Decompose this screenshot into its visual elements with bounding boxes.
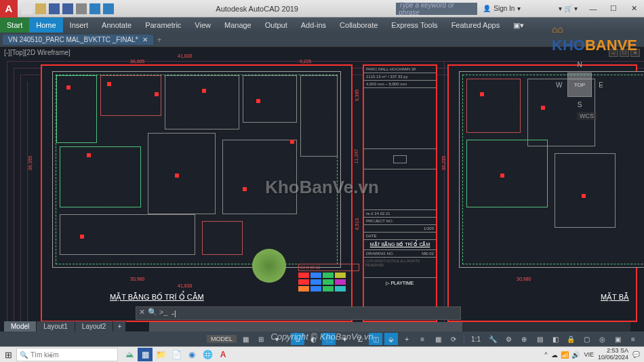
app-icon-3[interactable]: 📄 — [169, 348, 184, 361]
viewcube-north[interactable]: N — [577, 61, 582, 68]
ribbon-tab-express[interactable]: Express Tools — [384, 18, 444, 33]
help-search-input[interactable]: Type a keyword or phrase — [396, 3, 477, 15]
qprops-icon[interactable]: ◧ — [548, 333, 562, 345]
onedrive-icon[interactable]: ☁ — [551, 351, 558, 359]
file-tab-close-icon[interactable]: ✕ — [142, 36, 148, 43]
ribbon-tab-home[interactable]: Home — [29, 18, 62, 33]
dim-text: 8,513 — [355, 218, 360, 230]
scale-label[interactable]: 1:1 — [468, 333, 484, 345]
windows-start-button[interactable]: ⊞ — [0, 347, 16, 363]
dim-text: 36,605 — [130, 59, 144, 64]
viewcube[interactable]: N S E W TOP — [556, 61, 603, 108]
qat-open-icon[interactable] — [35, 3, 46, 14]
chrome-icon[interactable]: 🌐 — [200, 348, 215, 361]
transparency-icon[interactable]: ▦ — [431, 333, 445, 345]
command-line[interactable]: ✕ 🔍 >_ — [136, 306, 461, 320]
annoscale-icon[interactable]: 🔧 — [486, 333, 500, 345]
qat-new-icon[interactable] — [22, 3, 33, 14]
new-file-tab-button[interactable]: + — [153, 35, 166, 45]
tray-chevron-icon[interactable]: ^ — [544, 351, 547, 358]
clock-date: 10/06/2024 — [598, 355, 628, 361]
ribbon-tab-output[interactable]: Output — [258, 18, 294, 33]
ducs-icon[interactable]: ⬙ — [384, 333, 398, 345]
search-cmd-icon[interactable]: 🔍 — [147, 308, 158, 319]
user-icon: 👤 — [483, 5, 491, 12]
cycling-icon[interactable]: ⟳ — [447, 333, 460, 345]
snap-icon[interactable]: ⊞ — [254, 333, 268, 345]
viewport-label[interactable]: [-][Top][2D Wireframe] — [4, 49, 71, 56]
language-indicator[interactable]: VIE — [584, 351, 594, 358]
scrollbar-thumb[interactable] — [149, 322, 462, 331]
status-model-badge[interactable]: MODEL — [207, 335, 237, 343]
layout-tab-add[interactable]: + — [113, 321, 126, 331]
autocad-taskbar-icon[interactable]: A — [216, 348, 230, 361]
ribbon-tab-collaborate[interactable]: Collaborate — [333, 18, 384, 33]
units-icon[interactable]: ▤ — [533, 333, 546, 345]
lock-icon[interactable]: 🔒 — [564, 333, 578, 345]
cleanscreen-icon[interactable]: ▣ — [611, 333, 624, 345]
viewcube-west[interactable]: W — [556, 81, 562, 89]
start-tab[interactable]: Start — [0, 18, 29, 33]
dim-text: 36,255 — [441, 156, 446, 170]
close-button[interactable]: ✕ — [624, 0, 644, 18]
ribbon-expand-icon[interactable]: ▣▾ — [506, 18, 531, 33]
tb-sheet-title: MẶT BẰNG BỐ TRÍ Ổ CẮM — [364, 240, 436, 250]
ribbon-tab-annotate[interactable]: Annotate — [95, 18, 138, 33]
tb-area: 1115.13 m² / 337.33 py — [364, 73, 436, 81]
dyn-icon[interactable]: + — [400, 333, 414, 345]
qat-undo-icon[interactable] — [89, 3, 100, 14]
search-placeholder: Tìm kiếm — [31, 351, 59, 359]
dim-text: 9,395 — [355, 89, 360, 102]
ribbon-tab-featured[interactable]: Featured Apps — [445, 18, 507, 33]
app-icon-2[interactable]: 📁 — [153, 348, 168, 361]
app-icon-1[interactable]: ▦ — [138, 348, 153, 361]
file-tabs: VN 240510_PARC MAL_BVKTTC _FINAL* ✕ + — [0, 33, 644, 47]
lwt-icon[interactable]: ≡ — [416, 333, 429, 345]
horizontal-scrollbar[interactable] — [149, 322, 630, 331]
clock[interactable]: 2:53 SA 10/06/2024 — [598, 348, 628, 361]
qat-plot-icon[interactable] — [76, 3, 87, 14]
drawing-viewport[interactable]: [-][Top][2D Wireframe] – □ × N S E W TOP… — [0, 47, 644, 331]
isolate-icon[interactable]: ◎ — [595, 333, 609, 345]
layout-tab-model[interactable]: Model — [4, 321, 37, 331]
customize-icon[interactable]: ≡ — [626, 333, 640, 345]
taskview-icon[interactable]: ⛰ — [122, 348, 137, 361]
close-cmd-icon[interactable]: ✕ — [136, 308, 147, 319]
qat-redo-icon[interactable] — [103, 3, 114, 14]
tb-rev: re-2 24.02.21 — [364, 210, 436, 218]
app-icon-4[interactable]: ◉ — [184, 348, 199, 361]
annomonitor-icon[interactable]: ⊕ — [517, 333, 531, 345]
file-tab[interactable]: VN 240510_PARC MAL_BVKTTC _FINAL* ✕ — [3, 35, 153, 45]
exchange-button[interactable]: ▾ 🛒 ▾ — [553, 5, 583, 12]
ribbon-tab-parametric[interactable]: Parametric — [138, 18, 188, 33]
floor-plan — [52, 71, 341, 268]
qat-save-icon[interactable] — [49, 3, 60, 14]
layout-tab-layout2[interactable]: Layout2 — [75, 321, 114, 331]
search-icon: 🔍 — [20, 351, 28, 359]
notification-icon[interactable]: 💬 — [632, 351, 640, 358]
viewcube-south[interactable]: S — [578, 101, 582, 108]
tb-dwgno: ME-02 — [422, 252, 434, 256]
volume-icon[interactable]: 🔊 — [571, 351, 580, 359]
maximize-button[interactable]: ☐ — [603, 0, 624, 18]
wifi-icon[interactable]: 📶 — [561, 351, 569, 359]
signin-button[interactable]: 👤 Sign In ▾ — [477, 5, 526, 12]
ribbon-tab-addins[interactable]: Add-ins — [294, 18, 333, 33]
viewcube-face[interactable]: TOP — [567, 73, 592, 97]
viewcube-east[interactable]: E — [599, 81, 603, 89]
hardware-icon[interactable]: ▢ — [580, 333, 593, 345]
ribbon-tab-view[interactable]: View — [188, 18, 218, 33]
tb-brand: ▷ PLAYTIME — [364, 278, 436, 289]
ribbon-tab-manage[interactable]: Manage — [218, 18, 258, 33]
minimize-button[interactable]: — — [583, 0, 603, 18]
app-icon[interactable]: A — [0, 0, 18, 18]
ribbon-tab-insert[interactable]: Insert — [63, 18, 96, 33]
qat-saveas-icon[interactable] — [62, 3, 73, 14]
wcs-label[interactable]: WCS — [577, 112, 597, 120]
landscape-tree — [252, 249, 286, 283]
grid-icon[interactable]: ▦ — [239, 333, 252, 345]
workspace-icon[interactable]: ⚙ — [502, 333, 515, 345]
command-input[interactable] — [169, 309, 460, 317]
layout-tab-layout1[interactable]: Layout1 — [37, 321, 75, 331]
windows-search-input[interactable]: 🔍 Tìm kiếm — [16, 348, 118, 361]
